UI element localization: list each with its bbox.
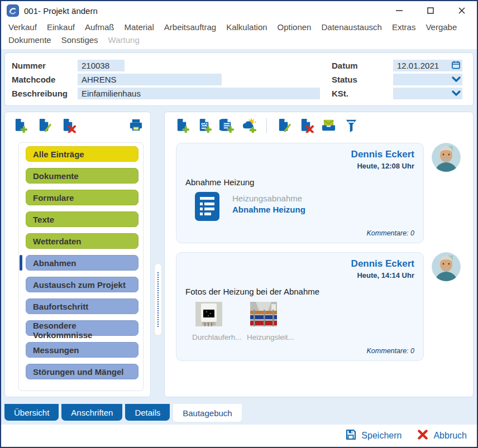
toolbar-separator <box>266 118 267 133</box>
category-formulare[interactable]: Formulare <box>26 190 138 205</box>
entry-card[interactable]: Dennis Eckert Heute, 14:14 Uhr Fotos der… <box>176 252 424 361</box>
app-logo-icon <box>7 4 19 17</box>
photo-thumbnail-durchlauferhitzer[interactable] <box>195 302 222 326</box>
calendar-icon[interactable] <box>451 60 461 71</box>
tab-anschriften[interactable]: Anschriften <box>61 404 122 421</box>
beschreibung-field[interactable]: Einfamilienhaus <box>78 88 320 99</box>
entry-card[interactable]: Dennis Eckert Heute, 12:08 Uhr Abnahme H… <box>176 143 424 243</box>
app-window: 001- Projekt ändern Verkauf Einkauf Aufm… <box>0 0 478 448</box>
menu-vergabe[interactable]: Vergabe <box>420 21 462 33</box>
diary-entries-panel: Dennis Eckert Heute, 12:08 Uhr Abnahme H… <box>164 112 474 397</box>
cancel-x-icon <box>417 429 428 442</box>
menu-kalkulation[interactable]: Kalkulation <box>221 21 272 33</box>
datum-value: 12.01.2021 <box>397 61 439 70</box>
window-controls <box>392 1 469 20</box>
kst-dropdown[interactable] <box>393 88 462 99</box>
category-wetterdaten[interactable]: Wetterdaten <box>26 233 138 249</box>
photo-thumbnail-heizungsleitung[interactable] <box>250 302 277 326</box>
nummer-label: Nummer <box>12 61 78 70</box>
datum-label: Datum <box>332 61 393 70</box>
entry-add-icon[interactable] <box>175 118 190 133</box>
menu-aufmass[interactable]: Aufmaß <box>80 21 120 33</box>
datum-field[interactable]: 12.01.2021 <box>393 60 462 71</box>
minimize-button[interactable] <box>392 3 407 18</box>
cancel-button[interactable]: Abbruch <box>417 429 467 442</box>
cancel-label: Abbruch <box>433 431 467 441</box>
text-add-icon[interactable] <box>219 118 235 133</box>
photo-label: Durchlauferh... <box>192 333 247 341</box>
diary-entry: Dennis Eckert Heute, 12:08 Uhr Abnahme H… <box>176 143 473 243</box>
category-stoerungen-und-maengel[interactable]: Störungen und Mängel <box>26 364 138 379</box>
close-button[interactable] <box>455 3 469 18</box>
document-edit-icon[interactable] <box>37 118 52 133</box>
menu-verkauf[interactable]: Verkauf <box>3 21 42 33</box>
status-dropdown[interactable] <box>393 74 462 85</box>
category-dokumente[interactable]: Dokumente <box>26 168 138 184</box>
document-add-icon[interactable] <box>13 118 28 133</box>
attachment-link[interactable]: Abnahme Heizung <box>232 205 305 214</box>
nummer-field[interactable]: 210038 <box>78 60 125 71</box>
categories-panel: Alle Einträge Dokumente Formulare Texte … <box>4 112 151 397</box>
mail-icon[interactable] <box>321 118 336 133</box>
menu-sonstiges[interactable]: Sonstiges <box>56 33 103 46</box>
filter-icon[interactable] <box>343 118 358 133</box>
category-abnahmen[interactable]: Abnahmen <box>26 255 138 271</box>
menu-wartung: Wartung <box>103 33 145 46</box>
avatar <box>432 143 461 172</box>
entry-time: Heute, 14:14 Uhr <box>185 271 414 280</box>
chevron-down-icon <box>452 89 461 98</box>
form-attachment-icon[interactable] <box>194 191 220 224</box>
chevron-down-icon <box>452 75 461 84</box>
entry-time: Heute, 12:08 Uhr <box>185 162 414 170</box>
comments-count[interactable]: Kommentare: 0 <box>185 347 414 355</box>
menu-dokumente[interactable]: Dokumente <box>3 33 56 46</box>
menu-material[interactable]: Material <box>119 21 159 33</box>
tab-uebersicht[interactable]: Übersicht <box>4 404 59 421</box>
menu-extras[interactable]: Extras <box>387 21 421 33</box>
category-texte[interactable]: Texte <box>26 211 138 227</box>
project-form-panel: Nummer 210038 Matchcode AHRENS Beschreib… <box>4 52 474 106</box>
document-edit-icon[interactable] <box>276 118 291 133</box>
category-austausch-zum-projekt[interactable]: Austausch zum Projekt <box>26 277 138 292</box>
beschreibung-label: Beschreibung <box>12 89 78 98</box>
matchcode-field[interactable]: AHRENS <box>78 74 222 85</box>
entry-author: Dennis Eckert <box>185 258 414 269</box>
splitter-drag-handle[interactable] <box>154 263 162 336</box>
document-delete-icon[interactable] <box>299 118 314 133</box>
menu-arbeitsauftrag[interactable]: Arbeitsauftrag <box>159 21 221 33</box>
attachment-type-label: Heizungsabnahme <box>232 194 305 203</box>
category-alle-eintraege[interactable]: Alle Einträge <box>26 146 138 162</box>
weather-add-icon[interactable] <box>242 118 257 133</box>
entry-author: Dennis Eckert <box>185 149 414 160</box>
diary-entry: Dennis Eckert Heute, 14:14 Uhr Fotos der… <box>176 252 473 361</box>
category-besondere-vorkommnisse[interactable]: Besondere Vorkommnisse <box>26 320 138 336</box>
maximize-button[interactable] <box>423 3 438 18</box>
category-list: Alle Einträge Dokumente Formulare Texte … <box>18 142 144 391</box>
titlebar: 001- Projekt ändern <box>1 1 477 20</box>
menubar: Verkauf Einkauf Aufmaß Material Arbeitsa… <box>1 20 477 49</box>
category-baufortschritt[interactable]: Baufortschritt <box>26 298 138 314</box>
menu-datenaustausch[interactable]: Datenaustausch <box>316 21 386 33</box>
printer-icon[interactable] <box>128 118 144 133</box>
entry-title: Fotos der Heizung bei der Abnahme <box>185 287 414 296</box>
save-label: Speichern <box>361 431 401 441</box>
bottom-tabs: Übersicht Anschriften Details Bautagebuc… <box>4 404 242 423</box>
kst-label: KSt. <box>332 89 393 98</box>
matchcode-label: Matchcode <box>12 75 78 84</box>
entry-title: Abnahme Heizung <box>185 177 414 187</box>
form-add-icon[interactable] <box>197 118 212 133</box>
category-messungen[interactable]: Messungen <box>26 342 138 358</box>
tab-details[interactable]: Details <box>125 404 170 421</box>
comments-count[interactable]: Kommentare: 0 <box>185 229 414 237</box>
save-icon <box>345 429 356 442</box>
avatar <box>432 252 461 281</box>
panel-splitter <box>153 112 164 397</box>
footer-bar: Speichern Abbruch <box>1 425 477 447</box>
tab-bautagebuch[interactable]: Bautagebuch <box>173 404 242 422</box>
menu-optionen[interactable]: Optionen <box>273 21 317 33</box>
content-area: Nummer 210038 Matchcode AHRENS Beschreib… <box>1 49 477 447</box>
save-button[interactable]: Speichern <box>345 429 401 442</box>
window-title: 001- Projekt ändern <box>24 6 98 16</box>
menu-einkauf[interactable]: Einkauf <box>42 21 80 33</box>
document-delete-icon[interactable] <box>61 118 76 133</box>
